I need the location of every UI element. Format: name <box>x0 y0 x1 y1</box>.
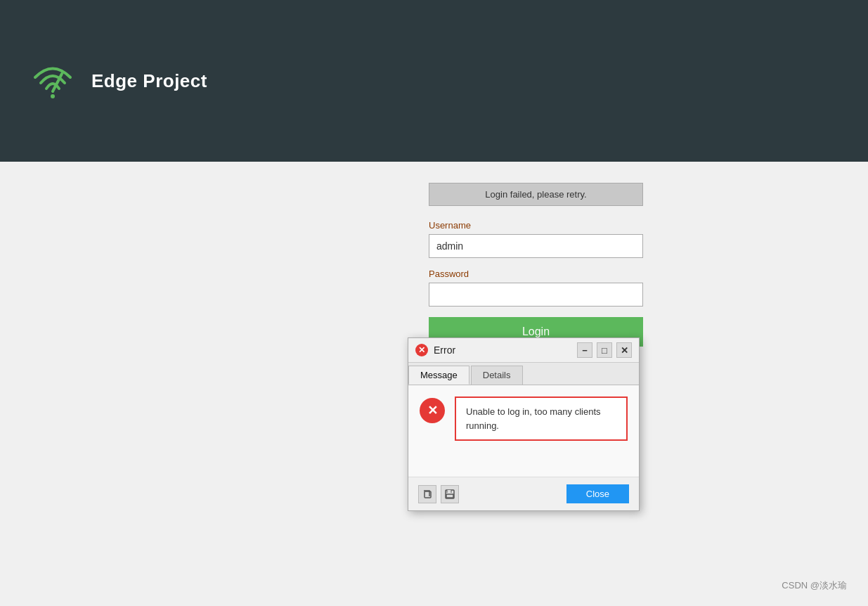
app-title: Edge Project <box>91 70 207 92</box>
login-form-container: Login failed, please retry. Username Pas… <box>429 183 643 347</box>
dialog-body: ✕ Unable to log in, too many clients run… <box>408 385 639 477</box>
dialog-save-icon-button[interactable] <box>441 485 459 503</box>
dialog-title-error-icon: ✕ <box>415 344 428 356</box>
main-content: Login failed, please retry. Username Pas… <box>0 162 868 606</box>
logo-area: Edge Project <box>28 56 207 105</box>
username-label: Username <box>429 220 643 231</box>
tab-message[interactable]: Message <box>408 366 469 385</box>
dialog-message-row: ✕ Unable to log in, too many clients run… <box>420 397 628 441</box>
watermark: CSDN @淡水瑜 <box>782 579 847 592</box>
dialog-close-button[interactable]: Close <box>566 484 629 503</box>
tab-details[interactable]: Details <box>471 366 523 385</box>
svg-point-1 <box>51 94 55 98</box>
dialog-title-left: ✕ Error <box>415 344 455 356</box>
dialog-copy-icon-button[interactable] <box>418 485 436 503</box>
dialog-tabs: Message Details <box>408 363 639 385</box>
dialog-message-box: Unable to log in, too many clients runni… <box>455 397 628 441</box>
dialog-titlebar: ✕ Error − □ ✕ <box>408 338 639 363</box>
dialog-maximize-button[interactable]: □ <box>597 342 612 358</box>
dialog-title-text: Error <box>434 344 455 356</box>
dialog-close-x-button[interactable]: ✕ <box>616 342 632 358</box>
error-dialog: ✕ Error − □ ✕ Message Details ✕ Unable t <box>408 337 640 511</box>
app-header: Edge Project <box>0 0 868 162</box>
dialog-controls: − □ ✕ <box>577 342 632 358</box>
dialog-error-circle-icon: ✕ <box>420 398 445 423</box>
username-input[interactable] <box>429 234 643 258</box>
error-banner: Login failed, please retry. <box>429 183 643 206</box>
dialog-message-text: Unable to log in, too many clients runni… <box>466 406 601 431</box>
svg-rect-4 <box>447 490 451 493</box>
dialog-footer: Close <box>408 477 639 510</box>
dialog-footer-icons <box>418 485 459 503</box>
copy-icon <box>422 489 432 499</box>
save-icon <box>445 489 455 499</box>
password-input[interactable] <box>429 283 643 307</box>
password-label: Password <box>429 269 643 279</box>
dialog-minimize-button[interactable]: − <box>577 342 592 358</box>
app-logo-icon <box>28 56 77 105</box>
